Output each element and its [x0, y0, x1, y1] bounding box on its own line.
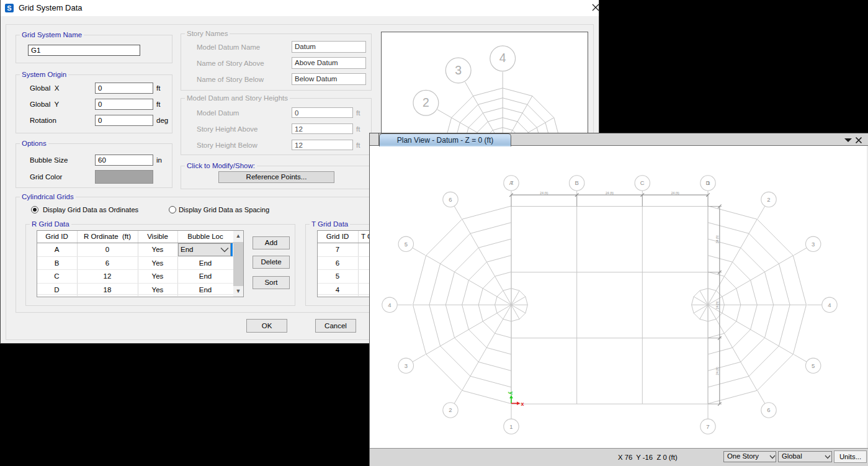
svg-text:2: 2 — [449, 406, 452, 413]
svg-text:24 (ft): 24 (ft) — [715, 235, 719, 243]
svg-text:24 (ft): 24 (ft) — [671, 191, 679, 195]
svg-text:2: 2 — [767, 196, 770, 203]
svg-text:4: 4 — [828, 302, 831, 308]
svg-text:C: C — [640, 179, 645, 186]
svg-text:24 (ft): 24 (ft) — [606, 191, 614, 195]
svg-text:3: 3 — [455, 63, 462, 77]
svg-text:B: B — [575, 179, 579, 186]
svg-text:5: 5 — [405, 241, 408, 248]
svg-text:6: 6 — [449, 196, 452, 203]
svg-text:y: y — [508, 392, 514, 395]
svg-text:7: 7 — [706, 423, 709, 430]
svg-text:1: 1 — [707, 179, 710, 186]
svg-text:3: 3 — [812, 241, 815, 248]
svg-text:24 (ft): 24 (ft) — [540, 191, 548, 195]
svg-text:x: x — [521, 401, 524, 407]
svg-text:5: 5 — [812, 362, 815, 369]
svg-text:4: 4 — [499, 51, 506, 65]
svg-text:1: 1 — [509, 423, 512, 430]
svg-text:24 (ft): 24 (ft) — [715, 367, 719, 375]
svg-text:3: 3 — [405, 362, 408, 369]
svg-text:4: 4 — [388, 302, 391, 308]
svg-text:7: 7 — [510, 179, 513, 186]
svg-text:2: 2 — [423, 96, 429, 109]
svg-text:24 (ft): 24 (ft) — [715, 301, 719, 309]
svg-text:6: 6 — [767, 406, 770, 413]
